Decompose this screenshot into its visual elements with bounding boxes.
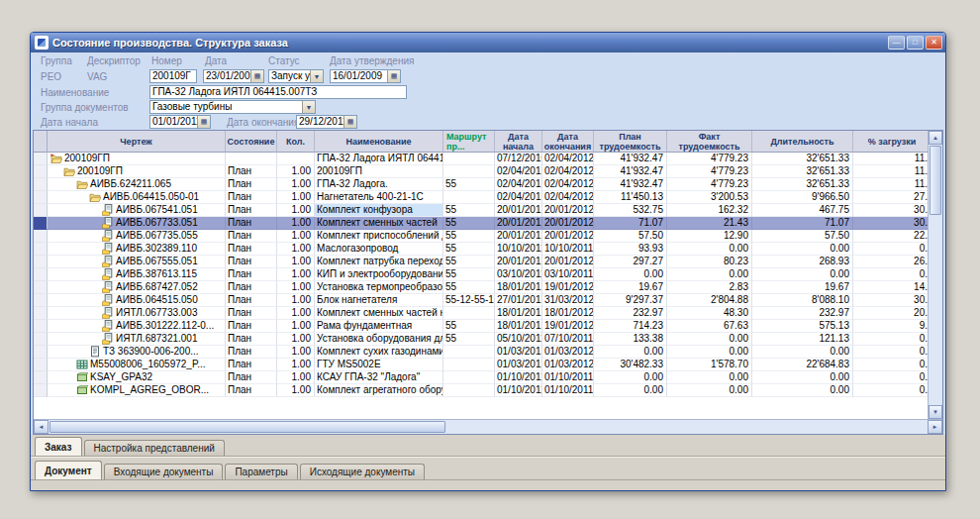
table-row[interactable]: ИЯТЛ.067733.003План1.00Комплект сменных … xyxy=(34,307,928,320)
scroll-up-icon[interactable]: ▲ xyxy=(929,131,942,145)
column-header-drawing[interactable]: Чертеж xyxy=(48,131,226,153)
column-header-load[interactable]: % загрузки xyxy=(853,131,928,153)
status-dropdown[interactable]: Запуск утв... ▼ xyxy=(268,69,324,83)
table-row[interactable]: ТЗ 363900-006-200...План1.00Комплект сух… xyxy=(34,346,928,359)
table-row[interactable]: 200109ГППлан1.00200109ГП02/04/201202/04/… xyxy=(34,165,928,178)
row-selector[interactable] xyxy=(34,294,48,307)
column-header-fact-labor[interactable]: Факт трудоемкость xyxy=(667,131,752,153)
row-selector[interactable] xyxy=(34,165,48,178)
horizontal-scrollbar-thumb[interactable] xyxy=(49,421,445,433)
table-row[interactable]: KSAY_GPA32План1.00КСАУ ГПА-32 "Ладога"01… xyxy=(34,371,928,384)
column-header-end-date[interactable]: Дата окончания xyxy=(542,131,594,153)
cell-route xyxy=(443,191,495,204)
tab-order[interactable]: Заказ xyxy=(35,437,82,456)
table-row[interactable]: KOMPL_AGREG_OBOR...План1.00Комплект агре… xyxy=(34,384,928,397)
row-selector[interactable] xyxy=(34,268,48,281)
row-selector[interactable] xyxy=(34,256,48,268)
column-header-start-date[interactable]: Дата начала xyxy=(495,131,542,153)
bottom-panel xyxy=(31,480,945,490)
row-selector[interactable] xyxy=(34,243,48,256)
select-all-corner[interactable] xyxy=(34,131,48,153)
table-row[interactable]: M55008006_1605972_P...План1.00ГТУ MS5002… xyxy=(34,359,928,371)
row-selector[interactable] xyxy=(34,217,48,230)
table-row[interactable]: АИВБ.067735.055План1.00Комплект приспосо… xyxy=(34,230,928,243)
order-number-input[interactable]: 200109Г xyxy=(149,69,197,83)
column-header-state[interactable]: Состояние xyxy=(226,131,277,153)
titlebar[interactable]: Состояние производства. Структура заказа… xyxy=(31,33,945,52)
doc-folder-icon xyxy=(101,307,114,319)
maximize-button[interactable]: □ xyxy=(907,36,924,50)
tab-parameters[interactable]: Параметры xyxy=(225,464,297,479)
cell-qty: 1.00 xyxy=(277,204,315,217)
cell-load-percent: 0. xyxy=(853,384,928,397)
scroll-down-icon[interactable]: ▼ xyxy=(929,405,942,419)
row-selector[interactable] xyxy=(34,346,48,359)
column-header-duration[interactable]: Длительность xyxy=(752,131,853,153)
cell-name: КСАУ ГПА-32 "Ладога" xyxy=(315,371,443,384)
vertical-scrollbar-track[interactable] xyxy=(929,216,942,405)
calendar-icon[interactable]: ▦ xyxy=(250,70,263,82)
cell-name: Комплект сухих газодинами... xyxy=(315,346,443,359)
tab-document[interactable]: Документ xyxy=(35,461,102,479)
scroll-left-icon[interactable]: ◄ xyxy=(34,420,49,434)
row-selector[interactable] xyxy=(34,178,48,191)
calendar-icon[interactable]: ▦ xyxy=(197,116,210,128)
component-icon xyxy=(75,371,88,383)
order-date-field[interactable]: 23/01/2009 ▦ xyxy=(203,69,264,83)
row-selector[interactable] xyxy=(34,153,48,165)
cell-start-date: 02/04/2012 xyxy=(495,178,542,191)
horizontal-scrollbar-track[interactable] xyxy=(446,420,928,434)
end-date-field[interactable]: 29/12/2011 ▦ xyxy=(296,115,357,129)
row-selector[interactable] xyxy=(34,307,48,320)
row-selector[interactable] xyxy=(34,333,48,346)
table-row[interactable]: АИВБ.624211.065План1.00ГПА-32 Ладога.550… xyxy=(34,178,928,191)
row-selector[interactable] xyxy=(34,281,48,294)
cell-duration: 0.00 xyxy=(752,268,853,281)
table-row[interactable]: ИЯТЛ.687321.001План1.00Установка оборудо… xyxy=(34,333,928,346)
table-row[interactable]: АИВБ.067541.051План1.00Комплект конфузор… xyxy=(34,204,928,217)
row-selector[interactable] xyxy=(34,359,48,371)
table-row[interactable]: АИВБ.067733.051План1.00Комплект сменных … xyxy=(34,217,928,230)
cell-start-date: 27/01/2012 xyxy=(495,294,542,307)
column-header-plan-labor[interactable]: План трудоемкость xyxy=(594,131,667,153)
table-row[interactable]: АИВБ.302389.110План1.00Маслогазопровод55… xyxy=(34,243,928,256)
row-selector[interactable] xyxy=(34,384,48,397)
column-header-qty[interactable]: Кол. xyxy=(277,131,315,153)
table-row[interactable]: АИВБ.687427.052План1.00Установка термопр… xyxy=(34,281,928,294)
table-row[interactable]: АИВБ.301222.112-0...План1.00Рама фундаме… xyxy=(34,320,928,333)
tab-view-settings[interactable]: Настройка представлений xyxy=(84,440,225,456)
cell-fact-labor: 80.23 xyxy=(667,256,752,268)
cell-qty: 1.00 xyxy=(277,178,315,191)
chevron-down-icon[interactable]: ▼ xyxy=(310,70,323,82)
row-selector[interactable] xyxy=(34,371,48,384)
doc-group-dropdown[interactable]: Газовые турбины ▼ xyxy=(149,100,316,114)
approval-date-field[interactable]: 16/01/2009 ▦ xyxy=(330,69,401,83)
table-row[interactable]: АИВБ.064515.050План1.00Блок нагнетателя5… xyxy=(34,294,928,307)
vertical-scrollbar[interactable]: ▲ ▼ xyxy=(928,131,942,419)
scroll-right-icon[interactable]: ► xyxy=(928,420,942,434)
table-row[interactable]: АИВБ.064415.050-01План1.00Нагнетатель 40… xyxy=(34,191,928,204)
name-input[interactable]: ГПА-32 Ладога ИЯТЛ 064415.007ТЗ xyxy=(149,85,407,99)
calendar-icon[interactable]: ▦ xyxy=(387,70,400,82)
column-header-route[interactable]: Маршрут пр... xyxy=(443,131,495,153)
row-selector[interactable] xyxy=(34,230,48,243)
cell-fact-labor: 0.00 xyxy=(667,384,752,397)
cell-duration: 19.67 xyxy=(752,281,853,294)
start-date-field[interactable]: 01/01/2011 ▦ xyxy=(149,115,211,129)
column-header-name[interactable]: Наименование xyxy=(315,131,443,153)
tab-outgoing-documents[interactable]: Исходящие документы xyxy=(300,464,425,479)
tab-incoming-documents[interactable]: Входящие документы xyxy=(104,464,224,479)
close-button[interactable]: ✕ xyxy=(926,36,942,50)
row-selector[interactable] xyxy=(34,204,48,217)
table-row[interactable]: АИВБ.387613.115План1.00КИП и электрообор… xyxy=(34,268,928,281)
horizontal-scrollbar[interactable]: ◄ ► xyxy=(34,419,942,434)
table-row[interactable]: АИВБ.067555.051План1.00Комплект патрубка… xyxy=(34,256,928,268)
order-form: Группа Дескриптор Номер Дата Статус Дата… xyxy=(31,52,945,130)
minimize-button[interactable]: — xyxy=(888,36,905,50)
table-row[interactable]: 200109ГПГПА-32 Ладога ИЯТЛ 06441507/12/2… xyxy=(34,153,928,165)
chevron-down-icon[interactable]: ▼ xyxy=(302,101,315,113)
calendar-icon[interactable]: ▦ xyxy=(343,116,356,128)
vertical-scrollbar-thumb[interactable] xyxy=(930,146,941,215)
row-selector[interactable] xyxy=(34,320,48,333)
row-selector[interactable] xyxy=(34,191,48,204)
